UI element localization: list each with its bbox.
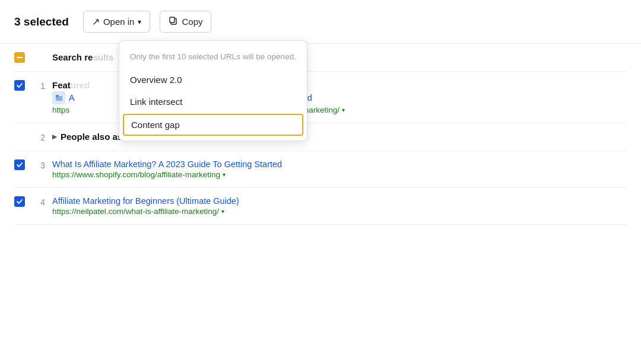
table-row: 1 Featured A t is and How to Get Started… xyxy=(14,72,627,123)
section-header-title: Search results xyxy=(52,52,113,62)
indeterminate-checkbox[interactable] xyxy=(14,52,25,63)
row-4-link-text: Affiliate Marketing for Beginners (Ultim… xyxy=(52,196,239,206)
row-4-num: 4 xyxy=(32,196,45,207)
copy-button[interactable]: Copy xyxy=(160,11,211,33)
row-4-url: https://neilpatel.com/what-is-affiliate-… xyxy=(52,207,627,216)
row-3-checkbox[interactable] xyxy=(14,159,25,170)
people-also-ask-label: People also ask xyxy=(61,132,128,142)
chevron-down-icon: ▾ xyxy=(138,18,141,26)
row-2-num: 2 xyxy=(32,132,45,142)
dropdown-item-content-gap[interactable]: Content gap xyxy=(123,114,303,136)
open-in-icon: ↗ xyxy=(92,16,100,27)
row-1-link-text-short: A xyxy=(69,93,75,103)
row-1-checkbox[interactable] xyxy=(14,80,25,91)
row-1-num: 1 xyxy=(32,80,45,91)
row-4-checkbox[interactable] xyxy=(14,196,25,207)
selected-count: 3 selected xyxy=(14,15,69,28)
row-3-url-chevron[interactable]: ▾ xyxy=(223,171,226,178)
row-3-link-text: What Is Affiliate Marketing? A 2023 Guid… xyxy=(52,159,282,169)
open-in-dropdown: Only the first 10 selected URLs will be … xyxy=(119,40,307,141)
thumbnail-icon xyxy=(52,91,65,104)
row-3-url: https://www.shopify.com/blog/affiliate-m… xyxy=(52,170,627,179)
results-table: Search results 1 Featured A t is and How… xyxy=(0,44,641,225)
table-row: 3 What Is Affiliate Marketing? A 2023 Gu… xyxy=(14,151,627,188)
row-3-num: 3 xyxy=(32,159,45,170)
row-4-url-chevron[interactable]: ▾ xyxy=(221,208,224,215)
copy-icon xyxy=(169,16,178,27)
section-header-row: Search results xyxy=(14,44,627,72)
dropdown-item-overview[interactable]: Overview 2.0 xyxy=(119,69,307,91)
table-row: 4 Affiliate Marketing for Beginners (Ult… xyxy=(14,188,627,225)
open-in-label: Open in xyxy=(103,17,135,27)
row-1-url-text: https xyxy=(52,106,69,114)
expand-triangle-icon: ▶ xyxy=(52,133,57,140)
svg-rect-1 xyxy=(170,17,174,23)
row-3-link[interactable]: What Is Affiliate Marketing? A 2023 Guid… xyxy=(52,159,627,169)
open-in-button[interactable]: ↗ Open in ▾ xyxy=(83,11,151,33)
toolbar: 3 selected ↗ Open in ▾ Copy Only the fir… xyxy=(0,0,641,44)
row-4-url-text: https://neilpatel.com/what-is-affiliate-… xyxy=(52,207,219,216)
table-row: 2 ▶ People also ask xyxy=(14,123,627,151)
copy-label: Copy xyxy=(182,17,202,27)
row-4-link[interactable]: Affiliate Marketing for Beginners (Ultim… xyxy=(52,196,627,206)
row-4-content: Affiliate Marketing for Beginners (Ultim… xyxy=(52,196,627,216)
row-1-url-chevron[interactable]: ▾ xyxy=(342,107,345,113)
row-3-content: What Is Affiliate Marketing? A 2023 Guid… xyxy=(52,159,627,179)
row-num-header xyxy=(32,52,45,53)
dropdown-item-link-intersect[interactable]: Link intersect xyxy=(119,91,307,113)
row-3-url-text: https://www.shopify.com/blog/affiliate-m… xyxy=(52,170,220,179)
dropdown-hint: Only the first 10 selected URLs will be … xyxy=(119,44,307,69)
svg-rect-3 xyxy=(56,95,59,97)
